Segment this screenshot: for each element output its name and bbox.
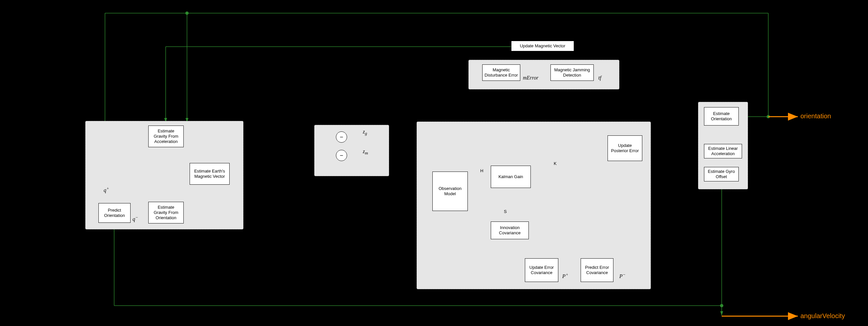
label-merror: mError (523, 75, 538, 81)
block-predict-orientation: Predict Orientation (98, 203, 130, 223)
block-update-mag-vec: Update Magnetic Vector (511, 41, 574, 51)
label-P-minus: P− (619, 272, 626, 279)
block-innov-cov: Innovation Covariance (491, 221, 529, 239)
output-orientation: orientation (800, 112, 831, 120)
svg-point-57 (681, 145, 684, 147)
group-measurement-diff (314, 125, 389, 176)
svg-point-83 (720, 304, 723, 307)
block-kalman-gain: Kalman Gain (491, 166, 531, 188)
svg-point-60 (681, 153, 684, 156)
block-est-gyro-offset: Estimate Gyro Offset (704, 167, 739, 182)
block-obs-model: Observation Model (432, 171, 468, 211)
label-zg: zg (363, 129, 367, 136)
block-est-lin-accel: Estimate Linear Acceleration (704, 144, 742, 158)
label-zm: zm (363, 148, 368, 156)
label-q-minus: q− (132, 215, 138, 222)
svg-point-72 (185, 11, 189, 15)
sum-minus-2: − (336, 150, 347, 161)
label-H: H (480, 168, 483, 173)
label-q-plus: q+ (104, 186, 109, 193)
output-angular-velocity: angularVelocity (800, 312, 845, 320)
label-K: K (554, 161, 557, 166)
label-tf: tf (598, 75, 601, 81)
label-S: S (504, 209, 507, 214)
label-P-plus: P+ (562, 272, 568, 279)
svg-point-67 (767, 115, 770, 118)
block-est-orientation: Estimate Orientation (704, 107, 739, 126)
block-est-earth-mag: Estimate Earth's Magnetic Vector (190, 163, 229, 185)
block-update-post-err: Update Posterior Error (608, 135, 642, 161)
block-update-err-cov: Update Error Covariance (525, 258, 558, 282)
block-mag-dist-err: Magnetic Disturbance Error (482, 64, 520, 81)
block-predict-err-cov: Predict Error Covariance (581, 258, 614, 282)
block-mag-jam-detect: Magnetic Jamming Detection (551, 64, 594, 81)
block-est-gravity-orient: Estimate Gravity From Orientation (148, 202, 184, 223)
block-est-gravity-accel: Estimate Gravity From Acceleration (148, 126, 184, 147)
sum-minus-1: − (336, 132, 347, 143)
